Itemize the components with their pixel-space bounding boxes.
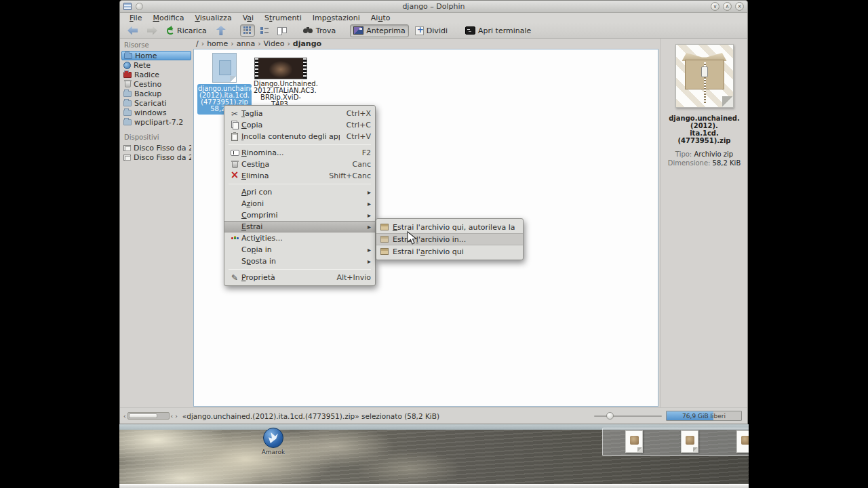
- viewmode-columns-button[interactable]: [274, 24, 289, 37]
- paste-icon: [228, 133, 241, 141]
- scrollbar-track[interactable]: [127, 412, 170, 420]
- place-backup[interactable]: Backup: [121, 89, 191, 98]
- place-windows[interactable]: windows: [121, 108, 191, 117]
- slider-track: [594, 415, 662, 417]
- forward-button[interactable]: [144, 24, 161, 37]
- desktop-file-icon[interactable]: [681, 430, 698, 453]
- scroll-left-icon[interactable]: ‹: [170, 413, 174, 420]
- device-disk-2[interactable]: Disco Fisso da 23,3 G: [121, 152, 191, 162]
- capacity-bar: 76,9 GiB liberi: [666, 411, 742, 421]
- toolbar: Ricarica Trova Anteprima Dividi Apri ter…: [120, 23, 747, 39]
- menu-item-cestina[interactable]: CestinaCanc: [224, 159, 375, 170]
- menu-item-copia[interactable]: CopiaCtrl+C: [224, 119, 375, 131]
- preview-button[interactable]: Anteprima: [350, 24, 409, 37]
- viewmode-icons-button[interactable]: [240, 24, 255, 37]
- submenu-item-extract-here[interactable]: Estrai l'archivio qui: [376, 245, 523, 258]
- viewmode-details-button[interactable]: [257, 24, 272, 37]
- activities-icon: [228, 236, 241, 241]
- submenu-item-extract-autodetect[interactable]: Estrai l'archivio qui, autorileva la sot…: [376, 221, 523, 233]
- terminal-label: Apri terminale: [478, 26, 531, 35]
- submenu-item-extract-to[interactable]: Estrai l'archivio in...: [376, 233, 523, 245]
- menu-item-incolla[interactable]: Incolla contenuto degli appunti...Ctrl+V: [224, 131, 375, 142]
- window-title: django – Dolphin: [120, 2, 747, 11]
- menu-item-activities[interactable]: Activities...: [224, 232, 375, 244]
- up-button[interactable]: [213, 24, 229, 37]
- menu-item-sposta-in[interactable]: Sposta in: [224, 256, 375, 267]
- menu-visualizza[interactable]: Visualizza: [189, 13, 237, 23]
- place-wpclipart[interactable]: wpclipart-7.2: [121, 117, 191, 127]
- place-rete[interactable]: Rete: [121, 60, 191, 70]
- zoom-slider[interactable]: [594, 411, 662, 421]
- titlebar[interactable]: django – Dolphin ∨ ∧ ×: [120, 1, 747, 13]
- desktop-icon-amarok[interactable]: Amarok: [258, 428, 289, 455]
- breadcrumb-root[interactable]: /: [196, 39, 199, 48]
- details-view-icon: [260, 26, 269, 35]
- reload-button[interactable]: Ricarica: [163, 24, 210, 37]
- breadcrumb-home[interactable]: home: [207, 39, 228, 48]
- preview-label: Anteprima: [366, 26, 406, 35]
- menu-item-apri-con[interactable]: Apri con: [224, 186, 375, 198]
- menu-file[interactable]: File: [124, 13, 147, 23]
- menu-item-taglia[interactable]: TagliaCtrl+X: [224, 108, 375, 119]
- close-button[interactable]: ×: [735, 2, 744, 11]
- places-horizontal-scrollbar[interactable]: ‹ ‹ ›: [123, 412, 178, 420]
- menu-item-rinomina[interactable]: Rinomina...F2: [224, 147, 375, 159]
- slider-thumb[interactable]: [606, 412, 614, 420]
- home-folder-icon: [124, 53, 132, 59]
- menu-item-elimina[interactable]: EliminaShift+Canc: [224, 170, 375, 182]
- minimize-button[interactable]: ∨: [711, 2, 719, 11]
- folder-icon: [123, 119, 132, 125]
- reload-icon: [167, 27, 174, 35]
- open-terminal-button[interactable]: Apri terminale: [462, 24, 534, 37]
- desktop-file-icon[interactable]: [736, 430, 749, 453]
- breadcrumb-anna[interactable]: anna: [237, 39, 255, 48]
- find-button[interactable]: Trova: [300, 24, 339, 37]
- menu-item-azioni[interactable]: Azioni: [224, 198, 375, 209]
- menu-modifica[interactable]: Modifica: [147, 13, 189, 23]
- split-label: Dividi: [427, 26, 448, 35]
- harddisk-icon: [123, 155, 131, 161]
- chevron-right-icon: [229, 39, 235, 48]
- extract-submenu: Estrai l'archivio qui, autorileva la sot…: [376, 218, 524, 260]
- size-label: Dimensione:: [668, 159, 711, 167]
- maximize-button[interactable]: ∧: [723, 2, 732, 11]
- submenu-arrow-icon: [364, 222, 371, 231]
- menu-vai[interactable]: Vai: [237, 13, 259, 23]
- menu-item-copia-in[interactable]: Copia in: [224, 244, 375, 256]
- trash-icon: [228, 161, 241, 168]
- back-icon: [127, 26, 138, 35]
- device-disk-1[interactable]: Disco Fisso da 209,1: [121, 143, 191, 152]
- breadcrumb-video[interactable]: Video: [264, 39, 285, 48]
- dolphin-window: django – Dolphin ∨ ∧ × File Modifica Vis…: [119, 0, 748, 424]
- submenu-arrow-icon: [364, 245, 371, 254]
- icons-view-icon: [243, 26, 252, 35]
- place-radice[interactable]: Radice: [121, 70, 191, 79]
- folder-icon: [123, 110, 132, 116]
- place-cestino[interactable]: Cestino: [121, 79, 191, 89]
- scroll-left-icon[interactable]: ‹: [123, 413, 127, 420]
- desktop-file-icon[interactable]: [625, 430, 643, 453]
- taskbar-edge: [119, 484, 749, 488]
- split-button[interactable]: Dividi: [412, 24, 451, 37]
- menu-item-estrai[interactable]: Estrai: [224, 221, 375, 232]
- place-label: windows: [134, 108, 166, 117]
- menu-item-comprimi[interactable]: Comprimi: [224, 209, 375, 221]
- place-label: Backup: [134, 89, 161, 98]
- harddisk-icon: [123, 145, 131, 151]
- menu-aiuto[interactable]: Aiuto: [366, 13, 396, 23]
- breadcrumb-django[interactable]: django: [293, 39, 321, 48]
- scroll-right-icon[interactable]: ›: [174, 413, 178, 420]
- shortcut: Shift+Canc: [322, 171, 371, 180]
- scrollbar-thumb[interactable]: [129, 413, 157, 418]
- place-scaricati[interactable]: Scaricati: [121, 98, 191, 108]
- place-home[interactable]: Home: [121, 51, 191, 60]
- menu-strumenti[interactable]: Strumenti: [259, 13, 307, 23]
- place-label: Rete: [134, 61, 151, 70]
- forward-icon: [147, 26, 157, 35]
- type-label: Tipo:: [675, 150, 692, 158]
- shortcut: F2: [355, 148, 371, 157]
- back-button[interactable]: [124, 24, 141, 37]
- menu-impostazioni[interactable]: Impostazioni: [307, 13, 366, 23]
- menu-item-proprieta[interactable]: ProprietàAlt+Invio: [224, 272, 375, 283]
- viewmode-group: [240, 24, 289, 37]
